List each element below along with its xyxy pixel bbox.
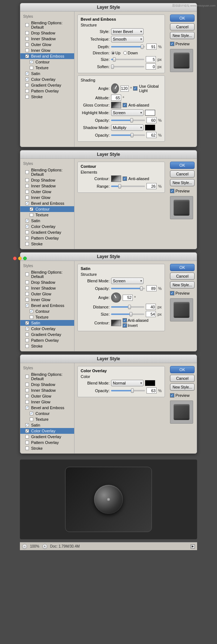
p4-cb-bevel[interactable] — [25, 406, 29, 410]
shadow-mode-dropdown[interactable]: Multiply — [111, 124, 144, 131]
panel2-cancel-button[interactable]: Cancel — [170, 170, 195, 178]
p3-sidebar-bevel[interactable]: Bevel and Emboss — [20, 303, 74, 308]
p3-cb-gradient[interactable] — [25, 333, 29, 336]
maximize-button[interactable] — [23, 257, 27, 260]
p3-sidebar-color[interactable]: Color Overlay — [20, 326, 74, 332]
p2-sidebar-inner-glow[interactable]: Inner Glow — [20, 195, 74, 200]
p4-cb-drop[interactable] — [25, 383, 29, 386]
p4-color-swatch[interactable] — [145, 380, 155, 386]
p2-range-value[interactable]: 26 — [146, 183, 157, 189]
p3-distance-value[interactable]: 40 — [146, 304, 156, 310]
p2-cb-blending[interactable] — [25, 170, 29, 174]
p3-size-slider[interactable] — [111, 313, 144, 315]
close-button[interactable] — [13, 257, 17, 260]
sidebar-texture[interactable]: Texture — [20, 65, 74, 71]
panel3-ok-button[interactable]: OK — [170, 264, 195, 271]
p4-sidebar-inner-shadow[interactable]: Inner Shadow — [20, 387, 74, 393]
highlight-opacity-value[interactable]: 60 — [146, 117, 157, 123]
p2-anti-aliased-cb[interactable] — [123, 176, 127, 181]
p2-sidebar-inner-shadow[interactable]: Inner Shadow — [20, 183, 74, 189]
p2-sidebar-color[interactable]: Color Overlay — [20, 224, 74, 229]
panel3-new-style-button[interactable]: New Style... — [170, 281, 195, 288]
sidebar-outer-glow[interactable]: Outer Glow — [20, 42, 74, 47]
p4-opacity-thumb[interactable] — [131, 389, 134, 393]
p2-sidebar-gradient[interactable]: Gradient Overlay — [20, 229, 74, 235]
panel4-ok-button[interactable]: OK — [170, 366, 195, 373]
zoom-in-button[interactable]: + — [42, 544, 47, 549]
cb-color-overlay[interactable] — [25, 78, 29, 81]
p4-cb-blending[interactable] — [25, 375, 29, 378]
p2-cb-inner-glow[interactable] — [25, 196, 29, 199]
radio-down-btn[interactable] — [123, 51, 127, 55]
p2-sidebar-blending[interactable]: Blending Options: Default — [20, 167, 74, 177]
zoom-out-button[interactable]: − — [22, 544, 27, 549]
cb-outer-glow[interactable] — [25, 43, 29, 46]
radio-up[interactable]: Up — [111, 51, 120, 55]
p4-sidebar-inner-glow[interactable]: Inner Glow — [20, 399, 74, 405]
p2-cb-pattern[interactable] — [25, 236, 29, 240]
sidebar-inner-shadow[interactable]: Inner Shadow — [20, 36, 74, 42]
p3-sidebar-outer[interactable]: Outer Glow — [20, 291, 74, 297]
highlight-opacity-slider[interactable] — [111, 120, 145, 121]
cb-drop-shadow[interactable] — [25, 31, 29, 35]
highlight-mode-dropdown[interactable]: Screen — [111, 109, 144, 116]
p2-sidebar-bevel[interactable]: Bevel and Emboss — [20, 200, 74, 206]
cb-gradient-overlay[interactable] — [25, 83, 29, 87]
p3-blend-mode-dropdown[interactable]: Screen — [111, 278, 144, 284]
p4-sidebar-drop[interactable]: Drop Shadow — [20, 382, 74, 387]
p4-sidebar-satin[interactable]: Satin — [20, 422, 74, 428]
p2-cb-contour[interactable] — [30, 207, 33, 211]
p2-range-slider[interactable] — [111, 186, 145, 187]
p4-sidebar-stroke[interactable]: Stroke — [20, 445, 74, 451]
p2-cb-outer[interactable] — [25, 190, 29, 194]
p4-opacity-slider[interactable] — [111, 390, 145, 391]
panel4-preview-cb[interactable] — [170, 393, 174, 398]
p3-size-thumb[interactable] — [129, 312, 132, 316]
size-thumb[interactable] — [113, 57, 116, 62]
sidebar-drop-shadow[interactable]: Drop Shadow — [20, 30, 74, 36]
cb-contour[interactable] — [30, 60, 33, 64]
p3-distance-slider[interactable] — [111, 306, 144, 308]
p2-sidebar-texture[interactable]: Texture — [20, 212, 74, 218]
angle-dial[interactable] — [111, 83, 119, 94]
soften-value[interactable]: 0 — [146, 63, 156, 70]
panel1-new-style-button[interactable]: New Style... — [170, 32, 195, 39]
p3-sidebar-texture[interactable]: Texture — [20, 314, 74, 320]
p4-cb-texture[interactable] — [30, 417, 33, 421]
p4-sidebar-blending[interactable]: Blending Options: Default — [20, 371, 74, 382]
shadow-opacity-slider[interactable] — [111, 134, 145, 136]
p2-sidebar-satin[interactable]: Satin — [20, 218, 74, 224]
p4-sidebar-contour[interactable]: Contour — [20, 411, 74, 416]
minimize-button[interactable] — [18, 257, 22, 260]
p3-cb-stroke[interactable] — [25, 344, 29, 348]
p2-cb-inner-shadow[interactable] — [25, 184, 29, 188]
p3-opacity-value[interactable]: 89 — [146, 285, 157, 291]
sidebar-bevel-emboss[interactable]: Bevel and Emboss — [20, 53, 74, 59]
p2-cb-satin[interactable] — [25, 219, 29, 223]
panel2-new-style-button[interactable]: New Style... — [170, 179, 195, 186]
global-light-cb[interactable] — [133, 86, 137, 91]
p4-cb-satin[interactable] — [25, 423, 29, 427]
p3-sidebar-pattern[interactable]: Pattern Overlay — [20, 337, 74, 343]
cb-pattern-overlay[interactable] — [25, 89, 29, 93]
p3-sidebar-gradient[interactable]: Gradient Overlay — [20, 332, 74, 337]
soften-thumb[interactable] — [111, 65, 114, 69]
p3-sidebar-contour[interactable]: Contour — [20, 308, 74, 314]
p2-sidebar-contour[interactable]: Contour — [20, 206, 74, 212]
panel1-preview-cb[interactable] — [170, 42, 174, 46]
cb-inner-glow[interactable] — [25, 49, 29, 52]
panel2-ok-button[interactable]: OK — [170, 162, 195, 169]
p3-cb-satin[interactable] — [25, 321, 29, 325]
depth-slider[interactable] — [111, 46, 145, 47]
technique-dropdown[interactable]: Smooth — [111, 36, 144, 42]
p4-cb-color[interactable] — [25, 429, 29, 433]
p3-cb-inner-glow[interactable] — [25, 298, 29, 302]
p3-contour-swatch[interactable] — [111, 320, 121, 326]
sidebar-contour[interactable]: Contour — [20, 59, 74, 65]
sidebar-inner-glow[interactable]: Inner Glow — [20, 47, 74, 53]
p2-cb-bevel[interactable] — [25, 201, 29, 205]
highlight-opacity-thumb[interactable] — [130, 118, 133, 122]
p4-cb-inner-shadow[interactable] — [25, 389, 29, 392]
cb-inner-shadow[interactable] — [25, 37, 29, 41]
p3-cb-blending[interactable] — [25, 273, 29, 276]
